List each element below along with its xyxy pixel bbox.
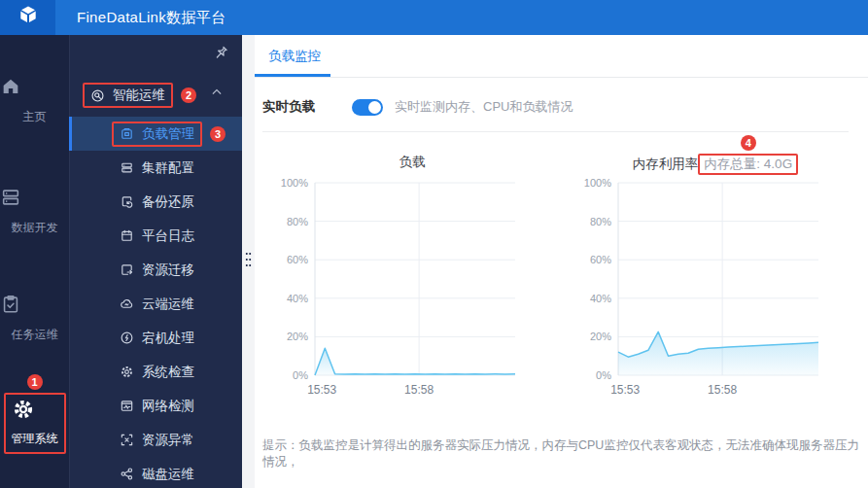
- svg-text:15:53: 15:53: [610, 383, 640, 397]
- chevron-up-icon[interactable]: [211, 87, 223, 96]
- submenu-item-cluster-config[interactable]: 集群配置: [69, 151, 242, 185]
- load-mgmt-icon: [120, 126, 134, 141]
- memory-total-label: 内存总量: 4.0G4: [698, 154, 798, 175]
- submenu-item-system-check[interactable]: 系统检查: [69, 355, 242, 389]
- submenu-item-network-detect[interactable]: 网络检测: [69, 389, 242, 423]
- memory-chart-block: 内存利用率内存总量: 4.0G4 0%20%40%60%80%100%15:53…: [573, 154, 857, 402]
- submenu-item-label: 集群配置: [142, 159, 194, 177]
- submenu-item-label: 网络检测: [142, 398, 194, 415]
- calendar-log-icon: [120, 228, 134, 243]
- cluster-icon: [120, 160, 134, 175]
- svg-text:15:53: 15:53: [307, 383, 336, 397]
- realtime-toggle[interactable]: [352, 99, 383, 116]
- submenu-item-cloud-ops[interactable]: 云端运维: [69, 287, 242, 321]
- cube-logo-icon: [17, 4, 40, 31]
- gear-icon: [12, 398, 58, 419]
- tab-bar: 负载监控: [255, 35, 868, 78]
- submenu-item-resource-anomaly[interactable]: 资源异常: [69, 423, 242, 457]
- submenu-item-label: 宕机处理: [142, 330, 194, 347]
- app-logo[interactable]: [0, 0, 55, 35]
- submenu-item-label: 系统检查: [142, 364, 194, 381]
- submenu-item-label: 资源异常: [142, 432, 194, 449]
- network-pulse-icon: [120, 399, 134, 413]
- realtime-desc: 实时监测内存、CPU和负载情况: [395, 98, 573, 116]
- charts-row: 负载 0%20%40%60%80%100%15:5315:58 内存利用率内存总…: [255, 154, 868, 402]
- annotation-badge-2: 2: [181, 87, 196, 103]
- rail-item-data-dev[interactable]: 数据开发: [0, 187, 69, 236]
- backup-restore-icon: [120, 194, 134, 209]
- main-content: 负载监控 实时负载 实时监测内存、CPU和负载情况 负载 0%20%40%60%…: [255, 35, 868, 488]
- app-header: FineDataLink数据平台: [0, 0, 868, 35]
- submenu-item-backup-restore[interactable]: 备份还原: [69, 185, 242, 219]
- svg-text:80%: 80%: [287, 216, 308, 227]
- memory-chart-title: 内存利用率内存总量: 4.0G4: [573, 154, 857, 175]
- panel-resize-handle[interactable]: [245, 251, 252, 268]
- submenu-item-downtime-handling[interactable]: 宕机处理: [69, 321, 242, 355]
- section-divider: [262, 131, 849, 132]
- svg-text:40%: 40%: [590, 293, 611, 304]
- annotation-badge-1: 1: [27, 374, 43, 390]
- submenu-item-platform-logs[interactable]: 平台日志: [69, 219, 242, 253]
- pin-icon[interactable]: [212, 45, 229, 62]
- submenu-item-label: 磁盘运维: [142, 466, 194, 483]
- load-chart: 0%20%40%60%80%100%15:5315:58: [270, 175, 554, 402]
- submenu-item-label: 云端运维: [142, 296, 194, 313]
- annotation-box-1: 管理系统 1: [4, 393, 66, 454]
- submenu-item-label: 负载管理: [142, 125, 194, 143]
- submenu-group-label: 智能运维: [113, 87, 165, 104]
- svg-text:60%: 60%: [590, 254, 611, 265]
- load-chart-block: 负载 0%20%40%60%80%100%15:5315:58: [270, 154, 554, 402]
- realtime-load-label: 实时负载: [262, 98, 315, 116]
- submenu-item-load-mgmt[interactable]: 负载管理 3: [69, 117, 242, 151]
- svg-text:15:58: 15:58: [404, 383, 434, 397]
- primary-sidebar: 主页 数据开发 任务运维: [0, 35, 69, 488]
- app-root: FineDataLink数据平台 主页 数据开发 任务运维: [0, 0, 868, 488]
- memory-chart-title-text: 内存利用率: [633, 157, 699, 171]
- rail-item-admin-system[interactable]: 管理系统 1: [0, 393, 69, 454]
- submenu-item-label: 资源迁移: [142, 261, 194, 279]
- svg-text:20%: 20%: [590, 331, 611, 342]
- smart-ops-icon: [90, 88, 105, 103]
- submenu-item-label: 平台日志: [142, 227, 194, 245]
- annotation-box-2: 智能运维 2: [83, 83, 173, 108]
- svg-text:20%: 20%: [287, 331, 308, 342]
- annotation-badge-4: 4: [741, 135, 756, 151]
- home-icon: [0, 76, 69, 97]
- memory-chart: 0%20%40%60%80%100%15:5315:58: [573, 175, 857, 402]
- svg-text:80%: 80%: [590, 216, 611, 227]
- tab-load-monitoring[interactable]: 负载监控: [255, 35, 330, 77]
- svg-text:0%: 0%: [293, 369, 308, 381]
- memory-total-text: 内存总量: 4.0G: [704, 157, 792, 171]
- svg-text:40%: 40%: [287, 293, 308, 304]
- submenu-group-smart-ops[interactable]: 智能运维 2: [83, 83, 173, 108]
- annotation-badge-3: 3: [210, 126, 226, 142]
- toggle-knob: [368, 101, 381, 114]
- share-nodes-icon: [120, 467, 134, 481]
- submenu-list: 负载管理 3 集群配置 备份还原: [69, 117, 242, 488]
- app-title: FineDataLink数据平台: [77, 9, 226, 27]
- rail-item-label: 主页: [0, 109, 69, 125]
- load-chart-title: 负载: [270, 154, 554, 175]
- rail-item-label: 任务运维: [0, 327, 69, 343]
- svg-text:15:58: 15:58: [708, 383, 737, 397]
- submenu-item-resource-migration[interactable]: 资源迁移: [69, 253, 242, 287]
- power-bolt-icon: [120, 331, 134, 345]
- gear-check-icon: [120, 365, 134, 379]
- realtime-load-row: 实时负载 实时监测内存、CPU和负载情况: [255, 78, 868, 116]
- rail-item-home[interactable]: 主页: [0, 76, 69, 125]
- file-export-icon: [120, 262, 134, 277]
- tip-text: 提示：负载监控是计算得出的服务器实际压力情况，内存与CPU监控仅代表客观状态，无…: [262, 437, 860, 471]
- svg-text:60%: 60%: [287, 254, 308, 265]
- svg-text:100%: 100%: [584, 177, 611, 189]
- clipboard-check-icon: [0, 294, 69, 315]
- server-stack-icon: [0, 187, 69, 208]
- submenu-item-label: 备份还原: [142, 193, 194, 211]
- cloud-icon: [120, 296, 134, 311]
- rail-item-task-ops[interactable]: 任务运维: [0, 294, 69, 343]
- rail-item-label: 数据开发: [0, 220, 69, 236]
- secondary-sidebar: 智能运维 2 负载管理 3: [69, 35, 242, 488]
- svg-text:100%: 100%: [281, 177, 308, 189]
- submenu-item-disk-ops[interactable]: 磁盘运维: [69, 457, 242, 488]
- panel-gutter: [242, 35, 255, 488]
- rail-item-label: 管理系统: [12, 431, 58, 447]
